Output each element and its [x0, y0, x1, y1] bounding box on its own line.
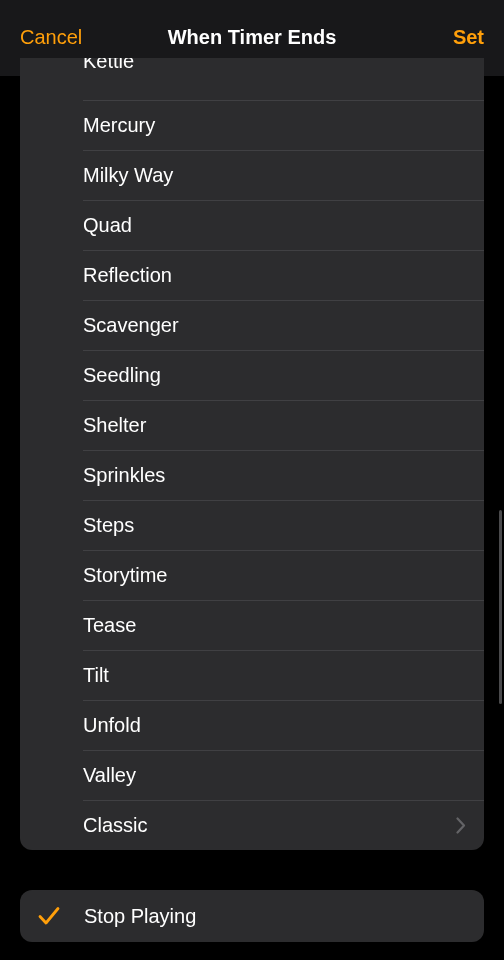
ringtone-label: Kettle — [83, 58, 466, 73]
ringtone-label: Reflection — [83, 264, 466, 287]
ringtone-item[interactable]: Mercury — [20, 100, 484, 150]
classic-label: Classic — [83, 814, 456, 837]
stop-playing-label: Stop Playing — [78, 905, 196, 928]
modal-title: When Timer Ends — [168, 26, 337, 49]
ringtone-label: Tease — [83, 614, 466, 637]
ringtone-label: Quad — [83, 214, 466, 237]
ringtone-item[interactable]: Seedling — [20, 350, 484, 400]
ringtone-label: Shelter — [83, 414, 466, 437]
ringtone-label: Steps — [83, 514, 466, 537]
ringtone-item[interactable]: Quad — [20, 200, 484, 250]
ringtone-label: Tilt — [83, 664, 466, 687]
ringtone-list: Kettle Mercury Milky Way Quad Reflection… — [20, 58, 484, 850]
checkmark-icon — [38, 906, 78, 926]
ringtone-label: Seedling — [83, 364, 466, 387]
stop-playing-item[interactable]: Stop Playing — [20, 890, 484, 942]
ringtone-item[interactable]: Sprinkles — [20, 450, 484, 500]
ringtone-item[interactable]: Scavenger — [20, 300, 484, 350]
ringtone-label: Sprinkles — [83, 464, 466, 487]
ringtone-label: Milky Way — [83, 164, 466, 187]
ringtone-item[interactable]: Tilt — [20, 650, 484, 700]
ringtone-label: Storytime — [83, 564, 466, 587]
content-area: Kettle Mercury Milky Way Quad Reflection… — [0, 58, 504, 942]
ringtone-label: Unfold — [83, 714, 466, 737]
ringtone-item[interactable]: Storytime — [20, 550, 484, 600]
chevron-right-icon — [456, 817, 466, 834]
ringtone-item[interactable]: Unfold — [20, 700, 484, 750]
stop-playing-group: Stop Playing — [20, 890, 484, 942]
ringtone-item[interactable]: Reflection — [20, 250, 484, 300]
ringtone-item[interactable]: Shelter — [20, 400, 484, 450]
ringtone-item[interactable]: Valley — [20, 750, 484, 800]
ringtone-item[interactable]: Kettle — [20, 58, 484, 100]
classic-ringtones-item[interactable]: Classic — [20, 800, 484, 850]
ringtone-label: Valley — [83, 764, 466, 787]
ringtone-label: Scavenger — [83, 314, 466, 337]
scroll-indicator[interactable] — [499, 510, 502, 704]
ringtone-item[interactable]: Milky Way — [20, 150, 484, 200]
ringtone-item[interactable]: Tease — [20, 600, 484, 650]
ringtone-label: Mercury — [83, 114, 466, 137]
cancel-button[interactable]: Cancel — [20, 26, 82, 49]
ringtone-item[interactable]: Steps — [20, 500, 484, 550]
set-button[interactable]: Set — [453, 26, 484, 49]
